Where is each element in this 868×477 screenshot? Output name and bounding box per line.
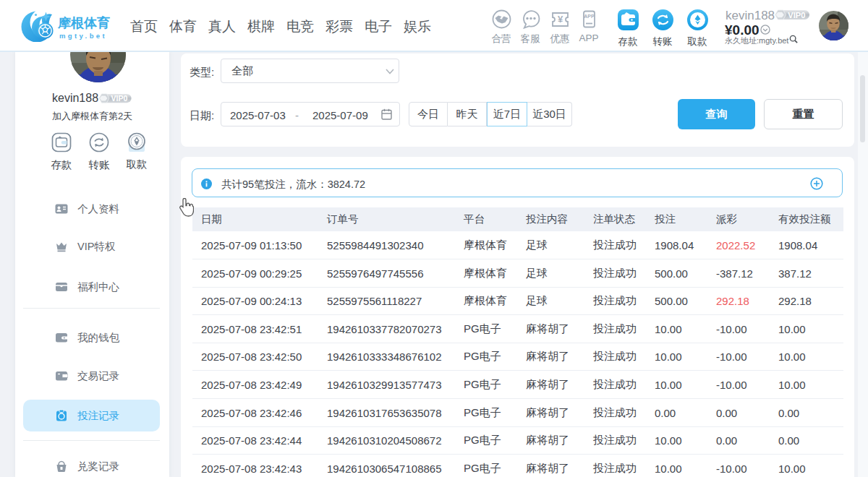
svg-text:VIP0: VIP0 — [111, 94, 128, 103]
svg-text:¥: ¥ — [557, 14, 563, 25]
svg-text:APP: APP — [584, 14, 595, 19]
svg-text:VIP0: VIP0 — [788, 11, 805, 20]
